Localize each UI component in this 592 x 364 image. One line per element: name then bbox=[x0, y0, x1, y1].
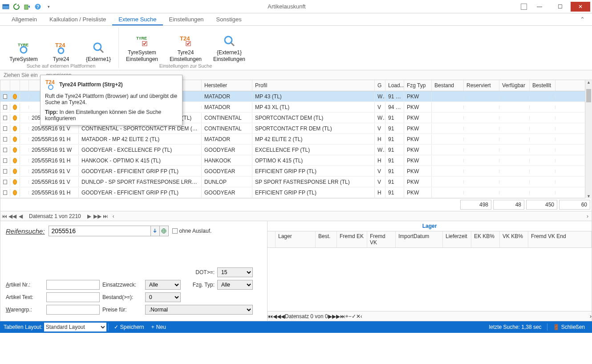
col-profil[interactable]: Profil bbox=[252, 80, 375, 91]
btn-externe1[interactable]: {Externe1} bbox=[83, 28, 114, 62]
nav-back-icon[interactable]: ‹ bbox=[109, 213, 118, 219]
lager-col-lieferzeit[interactable]: Lieferzeit bbox=[443, 231, 471, 247]
col-blank[interactable] bbox=[20, 80, 29, 91]
col-bestand[interactable]: Bestand bbox=[432, 80, 464, 91]
row-checkbox[interactable] bbox=[0, 146, 10, 154]
lnav-next-icon[interactable]: ▶ bbox=[328, 313, 332, 320]
lnav-add-icon[interactable]: + bbox=[345, 313, 349, 320]
col-verfuegbar[interactable]: Verfügbar bbox=[499, 80, 530, 91]
table-row[interactable]: 205/55R16 91 VGOODYEAR - EFFICIENT GRIP … bbox=[0, 166, 592, 177]
tab-sonstiges[interactable]: Sonstiges bbox=[210, 13, 248, 25]
table-row[interactable]: 205/55R16 91 HHANKOOK - OPTIMO K 415 (TL… bbox=[0, 155, 592, 166]
nav-forward-icon[interactable]: › bbox=[584, 213, 592, 219]
lager-body[interactable] bbox=[268, 248, 592, 311]
lnav-forward-icon[interactable]: › bbox=[590, 313, 592, 320]
nav-prevpage-icon[interactable]: ◀◀ bbox=[8, 213, 16, 219]
artnr-input[interactable] bbox=[46, 280, 100, 290]
btn-externe1-settings[interactable]: {Externe1} Einstellungen bbox=[211, 28, 248, 62]
col-g[interactable]: G bbox=[375, 80, 385, 91]
close-button[interactable]: ✕ bbox=[571, 2, 590, 12]
lager-col-vkkb[interactable]: VK KB% bbox=[500, 231, 528, 247]
lnav-nextpage-icon[interactable]: ▶▶ bbox=[332, 313, 340, 320]
nav-last-icon[interactable]: ⏭ bbox=[101, 213, 109, 219]
btn-tyresystem[interactable]: TYRE TyreSystem bbox=[8, 28, 39, 62]
lnav-last-icon[interactable]: ⏭ bbox=[340, 313, 345, 320]
export-icon[interactable] bbox=[23, 3, 31, 11]
lnav-prev-icon[interactable]: ◀ bbox=[281, 313, 285, 320]
app-icon[interactable] bbox=[2, 3, 10, 11]
preise-select[interactable]: .Normal bbox=[145, 305, 253, 315]
cell-reserviert bbox=[464, 127, 499, 130]
col-load[interactable]: Load... bbox=[385, 80, 404, 91]
tab-allgemein[interactable]: Allgemein bbox=[5, 13, 43, 25]
refresh-icon[interactable] bbox=[12, 3, 20, 11]
table-row[interactable]: 205/55R16 91 HGOODYEAR - EFFICIENT GRIP … bbox=[0, 187, 592, 198]
ohne-auslauf-checkbox[interactable]: ohne Auslauf. bbox=[172, 228, 212, 234]
lnav-first-icon[interactable]: ⏮ bbox=[268, 313, 273, 320]
row-checkbox[interactable] bbox=[0, 135, 10, 143]
warengrp-input[interactable] bbox=[46, 305, 100, 315]
maximize-button[interactable]: ☐ bbox=[550, 2, 570, 12]
save-button[interactable]: ✓Speichern bbox=[114, 324, 144, 330]
tab-kalkulation[interactable]: Kalkulation / Preisliste bbox=[43, 13, 112, 25]
help-icon[interactable]: ? bbox=[34, 3, 42, 11]
lnav-cancel-icon[interactable]: ✕ bbox=[356, 313, 361, 320]
nav-first-icon[interactable]: ⏮ bbox=[0, 213, 8, 219]
row-checkbox[interactable] bbox=[0, 114, 10, 122]
btn-tyre24-settings[interactable]: T24 Tyre24 Einstellungen bbox=[167, 28, 204, 62]
lager-col-best[interactable]: Best. bbox=[316, 231, 337, 247]
customize-dropdown[interactable]: ▾ bbox=[45, 3, 53, 11]
collapse-ribbon-icon[interactable]: ⌃ bbox=[578, 13, 587, 25]
col-reserviert[interactable]: Reserviert bbox=[464, 80, 499, 91]
lager-col-lager[interactable]: Lager bbox=[276, 231, 316, 247]
col-status[interactable] bbox=[10, 80, 20, 91]
fzgtyp-select[interactable]: Alle bbox=[217, 280, 253, 290]
row-checkbox[interactable] bbox=[0, 189, 10, 197]
btn-tyresystem-settings[interactable]: TYRE TyreSystem Einstellungen bbox=[123, 28, 161, 62]
lnav-back-icon[interactable]: ‹ bbox=[361, 313, 362, 320]
col-bestellt[interactable]: Bestelllt bbox=[530, 80, 556, 91]
col-mark[interactable] bbox=[0, 80, 10, 91]
col-hersteller[interactable]: Hersteller bbox=[202, 80, 252, 91]
tab-externe-suche[interactable]: Externe Suche bbox=[112, 13, 162, 25]
row-checkbox[interactable] bbox=[0, 178, 10, 186]
lager-col-fremdvkend[interactable]: Fremd VK End bbox=[528, 231, 592, 247]
lnav-prevpage-icon[interactable]: ◀◀ bbox=[273, 313, 281, 320]
lager-panel: Lager Lager Best. Fremd EK Fremd VK Impo… bbox=[268, 221, 592, 321]
tab-einstellungen[interactable]: Einstellungen bbox=[163, 13, 210, 25]
layout-select[interactable]: Standard Layout bbox=[44, 323, 106, 332]
table-row[interactable]: 205/55R16 91 HMATADOR - MP 42 ELITE 2 (T… bbox=[0, 134, 592, 145]
minimize-button[interactable]: — bbox=[530, 2, 549, 12]
row-checkbox[interactable] bbox=[0, 167, 10, 175]
grid-scrollbar[interactable]: ▲ ▼ bbox=[585, 80, 592, 198]
lager-col-fremdvk[interactable]: Fremd VK bbox=[367, 231, 396, 247]
dot-select[interactable]: 15 bbox=[217, 267, 253, 277]
nav-prev-icon[interactable]: ◀ bbox=[16, 213, 24, 219]
search-input[interactable] bbox=[49, 226, 151, 236]
lager-col-importdatum[interactable]: ImportDatum bbox=[396, 231, 443, 247]
bestand-select[interactable]: 0 bbox=[145, 292, 181, 302]
einsatz-select[interactable]: Alle bbox=[145, 280, 181, 290]
pin-icon[interactable] bbox=[521, 4, 527, 10]
nav-next-icon[interactable]: ▶ bbox=[85, 213, 93, 219]
search-arrow-icon[interactable] bbox=[151, 226, 160, 236]
lnav-del-icon[interactable]: − bbox=[349, 313, 352, 320]
btn-tyre24[interactable]: T24 Tyre24 bbox=[45, 28, 77, 62]
svg-text:?: ? bbox=[36, 4, 39, 9]
row-checkbox[interactable] bbox=[0, 157, 10, 165]
search-globe-icon[interactable] bbox=[160, 226, 169, 236]
nav-nextpage-icon[interactable]: ▶▶ bbox=[93, 213, 101, 219]
table-row[interactable]: 205/55R16 91 VDUNLOP - SP SPORT FASTRESP… bbox=[0, 177, 592, 187]
lager-col-ekkb[interactable]: EK KB% bbox=[471, 231, 500, 247]
row-checkbox[interactable] bbox=[0, 103, 10, 111]
lager-col-fremdek[interactable]: Fremd EK bbox=[337, 231, 367, 247]
svg-rect-2 bbox=[24, 5, 28, 9]
table-row[interactable]: 205/55R16 91 WGOODYEAR - EXCELLENCE FP (… bbox=[0, 145, 592, 155]
lnav-ok-icon[interactable]: ✓ bbox=[352, 313, 356, 320]
row-checkbox[interactable] bbox=[0, 125, 10, 133]
col-fzgtyp[interactable]: Fzg Typ bbox=[404, 80, 432, 91]
close-app-button[interactable]: 🚪Schließen bbox=[553, 324, 585, 330]
row-checkbox[interactable] bbox=[0, 93, 10, 101]
arttext-input[interactable] bbox=[46, 292, 100, 302]
new-button[interactable]: +Neu bbox=[151, 324, 166, 330]
